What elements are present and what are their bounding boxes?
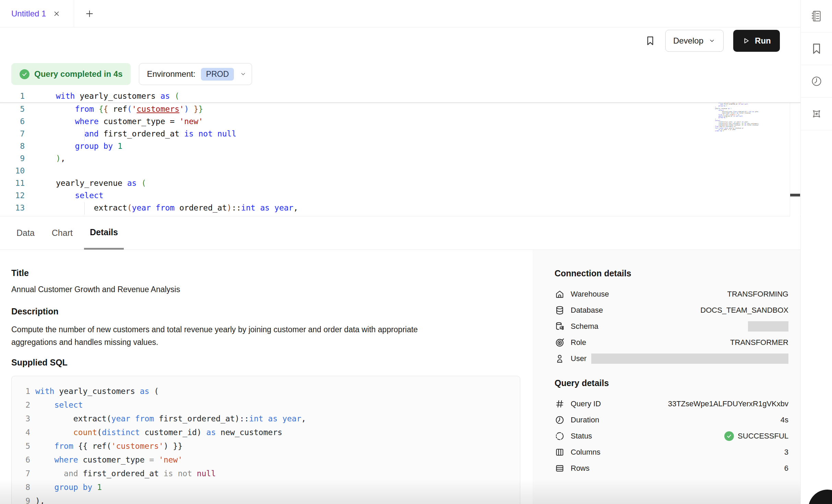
row-value: TRANSFORMING [727, 290, 788, 299]
tabstrip: Untitled 1 [0, 0, 800, 27]
tab-chart[interactable]: Chart [52, 216, 73, 250]
close-icon [53, 10, 60, 17]
hash-icon [555, 399, 565, 409]
row-value: 33TZseWpe1ALFDUYerxR1gVKxbv [668, 399, 788, 408]
code-line-8: 8 group by 1 [0, 140, 800, 152]
close-tab-button[interactable] [53, 10, 60, 17]
row-value: 3 [784, 448, 788, 457]
query-rows: Query ID 33TZseWpe1ALFDUYerxR1gVKxbv Dur… [555, 396, 788, 476]
success-check-icon [724, 431, 734, 441]
code-line-1: 1with yearly_customers as ( [20, 384, 520, 398]
connection-row-user: User [555, 350, 788, 367]
code-line-9: 9), [20, 494, 520, 504]
code-line-9: 9), [0, 152, 800, 165]
code-line-6: 6 where customer_type = 'new' [20, 453, 520, 467]
code-line-5: 5 from {{ ref('customers') }} [0, 103, 800, 115]
code-line-13: 13 extract(year from ordered_at)::int as… [0, 202, 800, 214]
indent-guide [84, 128, 85, 141]
query-row-columns: Columns 3 [555, 444, 788, 460]
run-button[interactable]: Run [733, 30, 780, 52]
new-tab-button[interactable] [85, 9, 94, 18]
row-label: Columns [571, 448, 601, 457]
plus-icon [85, 9, 94, 18]
environment-label: Environment: [147, 69, 195, 79]
query-details-heading: Query details [555, 378, 788, 388]
rail-cells [801, 0, 832, 130]
code-line-7: 7 and first_ordered_at is not null [20, 467, 520, 480]
connection-row-warehouse: Warehouse TRANSFORMING [555, 286, 788, 302]
connection-row-role: Role TRANSFORMER [555, 334, 788, 350]
query-completed-text: Query completed in 4s [34, 69, 122, 79]
code-line-7: 7 and first_ordered_at is not null [0, 128, 800, 140]
tab-data[interactable]: Data [16, 216, 35, 250]
notebook-icon [810, 10, 823, 23]
environment-value-pill: PROD [201, 68, 234, 81]
run-label: Run [755, 36, 771, 46]
chevron-down-icon [708, 37, 716, 45]
database-icon [555, 305, 565, 315]
tab-details[interactable]: Details [84, 216, 124, 250]
right-rail [800, 0, 832, 504]
row-label: User [571, 354, 586, 363]
query-row-rows: Rows 6 [555, 460, 788, 476]
bookmark-icon [810, 42, 823, 55]
row-label: Rows [571, 464, 590, 473]
rail-button-notebook[interactable] [801, 0, 832, 33]
redacted-value [591, 353, 788, 364]
connection-details-heading: Connection details [555, 268, 788, 278]
redacted-value [748, 321, 788, 332]
connection-row-schema: Schema [555, 318, 788, 334]
code-line-4: 4 count(distinct customer_id) as new_cus… [20, 425, 520, 439]
rail-button-bookmark[interactable] [801, 33, 832, 65]
title-heading: Title [11, 268, 520, 278]
row-label: Warehouse [571, 290, 609, 299]
status-row: Query completed in 4s Environment: PROD [11, 63, 252, 85]
develop-dropdown[interactable]: Develop [665, 30, 724, 52]
row-label: Database [571, 306, 603, 315]
code-line-12: 12 select [0, 189, 800, 202]
editor-sticky-line: 1with yearly_customers as ( [0, 90, 800, 103]
connection-rows: Warehouse TRANSFORMING Database DOCS_TEA… [555, 286, 788, 367]
query-row-status: Status SUCCESSFUL [555, 428, 788, 444]
query-completed-badge: Query completed in 4s [11, 63, 131, 85]
code-line-2: 2 select [20, 398, 520, 412]
schema-icon [555, 321, 565, 332]
row-value: TRANSFORMER [730, 338, 788, 347]
status-icon [555, 431, 565, 441]
copilot-fab-button[interactable] [808, 490, 832, 504]
row-value: DOCS_TEAM_SANDBOX [700, 306, 788, 315]
row-value: 4s [781, 416, 788, 424]
rail-button-copilot-sparkle[interactable] [801, 98, 832, 130]
supplied-sql-block: 1with yearly_customers as (2 select3 ext… [11, 376, 520, 504]
success-check-icon [20, 69, 29, 79]
editor-scrollbar[interactable] [790, 90, 800, 216]
duration-icon [555, 415, 565, 425]
row-label: Status [571, 432, 592, 441]
rail-button-history[interactable] [801, 65, 832, 98]
scrollbar-thumb[interactable] [790, 194, 800, 196]
status-successful-value: SUCCESSFUL [724, 431, 788, 441]
title-value: Annual Customer Growth and Revenue Analy… [11, 285, 520, 294]
code-line-8: 8 group by 1 [20, 480, 520, 494]
code-line-14: 14 sum(order_total) as total_revenue, [0, 214, 800, 216]
role-icon [555, 337, 565, 348]
bookmark-icon [645, 35, 656, 46]
supplied-sql-heading: Supplied SQL [11, 358, 520, 368]
code-line-3: 3 extract(year from first_ordered_at)::i… [20, 412, 520, 425]
results-tab-bar: DataChartDetails [0, 216, 800, 250]
query-row-query-id: Query ID 33TZseWpe1ALFDUYerxR1gVKxbv [555, 396, 788, 412]
bookmark-button[interactable] [645, 35, 656, 46]
query-row-duration: Duration 4s [555, 412, 788, 428]
code-line-11: 11yearly_revenue as ( [0, 177, 800, 189]
row-label: Schema [571, 322, 598, 331]
environment-selector[interactable]: Environment: PROD [139, 63, 252, 85]
develop-label: Develop [673, 36, 703, 46]
chevron-down-icon [239, 70, 247, 78]
copilot-sparkle-icon [810, 107, 823, 120]
tab-untitled-1[interactable]: Untitled 1 [0, 0, 74, 27]
sql-editor[interactable]: 1with yearly_customers as ( 5 from {{ re… [0, 90, 800, 216]
code-line-5: 5 from {{ ref('customers') }} [20, 439, 520, 453]
code-line-10: 10 [0, 165, 800, 177]
user-icon [555, 353, 565, 364]
warehouse-icon [555, 289, 565, 299]
